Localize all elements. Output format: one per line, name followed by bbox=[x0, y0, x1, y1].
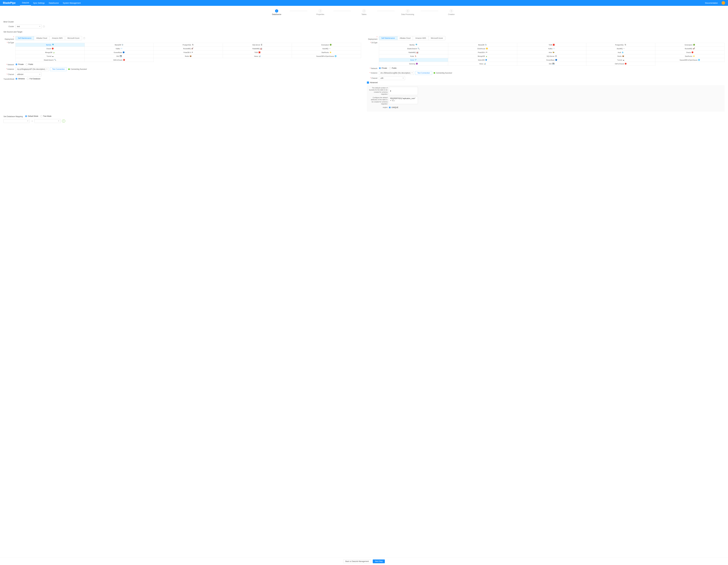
dstype-db2[interactable]: Db2 💾 bbox=[517, 62, 586, 66]
source-network-radio-private[interactable]: Private bbox=[15, 63, 24, 65]
dstype-mongodb[interactable]: MongoDB 🍃 bbox=[16, 51, 85, 54]
bind-cluster-title: Bind Cluster bbox=[3, 21, 725, 23]
dstype-oracle[interactable]: Oracle 🔴 bbox=[655, 51, 725, 54]
dstype-rabbitmq[interactable]: RabbitMQ 🏭 bbox=[379, 51, 448, 54]
cluster-select[interactable]: test bbox=[15, 25, 42, 28]
source-network-radio-public[interactable]: Public bbox=[26, 63, 33, 65]
cluster-label: Cluster bbox=[3, 25, 14, 28]
deployment-tab-amazon-aws[interactable]: Amazon AWS bbox=[50, 36, 65, 40]
source-test-connection-button[interactable]: Test Connection bbox=[50, 67, 67, 71]
dstype-elasticsearch[interactable]: ElasticSearch 🔍 bbox=[379, 47, 448, 51]
buckets-input[interactable] bbox=[389, 87, 418, 95]
dstype-greenplum[interactable]: Greenplum 🟢 bbox=[292, 43, 361, 47]
dstype-automq[interactable]: AutoMQ 〰 bbox=[586, 47, 655, 51]
rocketmq-icon: 🚀 bbox=[693, 48, 695, 50]
network-label: Network bbox=[367, 67, 377, 69]
dstype-kudu[interactable]: Kudu 🦌 bbox=[379, 54, 448, 58]
automq-icon: 〰 bbox=[623, 48, 625, 50]
dstype-hudi[interactable]: Hudi 💧 bbox=[586, 51, 655, 54]
target-network-radio-public[interactable]: Public bbox=[389, 67, 397, 69]
deployment-tab-alibaba-cloud[interactable]: Alibaba Cloud bbox=[34, 36, 50, 40]
dstype-sqlserver[interactable]: SQLServer 🗄 bbox=[223, 43, 292, 47]
dstype-gaussdbforopengauss[interactable]: GaussDBForOpenGauss 🌐 bbox=[292, 54, 361, 58]
dstype-obfororacle[interactable]: ObForOracle 🔴 bbox=[85, 58, 154, 62]
dstype-elasticsearch[interactable]: ElasticSearch 🔍 bbox=[16, 58, 85, 62]
rabbitmq-icon: 🏭 bbox=[416, 51, 418, 53]
hudi-icon: 💧 bbox=[622, 51, 624, 53]
dstype-doris[interactable]: Doris 💎 bbox=[379, 58, 448, 62]
target-charset-select[interactable]: utf8 bbox=[379, 76, 405, 80]
avatar[interactable] bbox=[722, 1, 725, 5]
deployment-tab-alibaba-cloud[interactable]: Alibaba Cloud bbox=[397, 36, 413, 40]
dstype-gaussdbforopengauss[interactable]: GaussDBForOpenGauss 🌐 bbox=[655, 58, 725, 62]
dstype-tidb[interactable]: TiDB 🟥 bbox=[517, 43, 586, 47]
dstype-greenplum[interactable]: Greenplum 🟢 bbox=[655, 43, 725, 47]
nav-item-datasource[interactable]: DataSource bbox=[47, 0, 61, 6]
dstype-starrocks[interactable]: StarRocks ⭐ bbox=[292, 51, 361, 54]
dstype-postgresql[interactable]: PostgreSQL 🐘 bbox=[154, 43, 223, 47]
dstype-oracle[interactable]: Oracle 🔴 bbox=[16, 47, 85, 51]
dstype-redis[interactable]: Redis 📦 bbox=[586, 54, 655, 58]
dstype-kafka[interactable]: Kafka 📨 bbox=[85, 47, 154, 51]
dstype-sqlserver[interactable]: SQLServer 🗄 bbox=[517, 54, 586, 58]
dstype-hive[interactable]: Hive 🐝 bbox=[517, 51, 586, 54]
dstype-polardb-x[interactable]: PolarDB-X ❄ bbox=[448, 51, 517, 54]
nav-item-sync-settings[interactable]: Sync Settings bbox=[31, 0, 47, 6]
dstype-rabbitmq[interactable]: RabbitMQ 🏭 bbox=[223, 47, 292, 51]
dstype-mariadb[interactable]: MariaDB 🦭 bbox=[448, 43, 517, 47]
attrs-textarea[interactable]: PROPERTIES("replication_num" = "1") bbox=[389, 97, 418, 104]
mapping-mode-radio-tree-mode[interactable]: Tree Mode bbox=[40, 115, 52, 117]
mapping-source-select[interactable] bbox=[3, 119, 30, 123]
elasticsearch-icon: 🔍 bbox=[54, 59, 56, 61]
add-mapping-button[interactable]: + bbox=[62, 119, 65, 123]
dstype-tunnel[interactable]: Tunnel 🕳 bbox=[16, 54, 85, 58]
help-icon[interactable]: ? bbox=[83, 37, 85, 39]
dstype-tidb[interactable]: TiDB 🟥 bbox=[223, 51, 292, 54]
dstype-kafka[interactable]: Kafka 📨 bbox=[517, 47, 586, 51]
charset-label: Charset bbox=[3, 73, 14, 75]
mapping-target-select[interactable] bbox=[34, 119, 61, 123]
dstype-rocketmq[interactable]: RocketMQ 🚀 bbox=[655, 47, 725, 51]
dstype-hana[interactable]: Hana 📊 bbox=[448, 62, 517, 66]
help-icon[interactable]: ? bbox=[43, 25, 45, 28]
advanced-checkbox[interactable]: ✓ bbox=[367, 82, 369, 84]
engine-radio-unique[interactable]: UNIQUE bbox=[389, 106, 398, 108]
deployment-tab-microsoft-azure[interactable]: Microsoft Azure bbox=[429, 36, 445, 40]
dstype-automq[interactable]: AutoMQ 〰 bbox=[292, 47, 361, 51]
dstype-dameng[interactable]: Dameng 🟣 bbox=[379, 62, 448, 66]
dstype-db2[interactable]: Db2 💾 bbox=[85, 54, 154, 58]
dstype-mysql[interactable]: MySQL 🐬 bbox=[16, 43, 85, 47]
target-network-radio-private[interactable]: Private bbox=[379, 67, 387, 69]
source-charset-select[interactable]: utf8mb4 bbox=[15, 73, 42, 76]
dstype-postgresql[interactable]: PostgreSQL 🐘 bbox=[586, 43, 655, 47]
dstype-oceanbase[interactable]: OceanBase 🔵 bbox=[517, 58, 586, 62]
deployment-tab-self-maintenance[interactable]: Self Maintenance bbox=[16, 36, 34, 40]
target-instance-select[interactable]: drs-258nwol2ocvg56e (No description) bbox=[379, 71, 414, 75]
dstype-redis[interactable]: Redis 📦 bbox=[154, 54, 223, 58]
documentation-link[interactable]: Documentation bbox=[703, 0, 720, 6]
deployment-tab-amazon-aws[interactable]: Amazon AWS bbox=[413, 36, 429, 40]
dstype-mongodb[interactable]: MongoDB 🍃 bbox=[448, 54, 517, 58]
dstype-mysql[interactable]: MySQL 🐬 bbox=[379, 43, 448, 47]
dstype-obfororacle[interactable]: ObForOracle 🔴 bbox=[586, 62, 655, 66]
dstype-clickhouse[interactable]: ClickHouse 🟡 bbox=[448, 47, 517, 51]
mapping-mode-radio-default-mode[interactable]: Default Mode bbox=[25, 115, 38, 117]
dstype-mariadb[interactable]: MariaDB 🦭 bbox=[85, 43, 154, 47]
dstype-oceanbase[interactable]: OceanBase 🔵 bbox=[85, 51, 154, 54]
source-instance-select[interactable]: my-jv30sgkpeyzdt7l (No description) bbox=[15, 67, 49, 71]
deployment-tab-microsoft-azure[interactable]: Microsoft Azure bbox=[65, 36, 82, 40]
transfermode-radio-full-database[interactable]: Full Database bbox=[27, 78, 40, 80]
dstype-rocketmq[interactable]: RocketMQ 🚀 bbox=[154, 47, 223, 51]
dstype-tunnel[interactable]: Tunnel 🕳 bbox=[586, 58, 655, 62]
deployment-tab-self-maintenance[interactable]: Self Maintenance bbox=[379, 36, 397, 40]
nav-item-datajob[interactable]: DataJob bbox=[20, 0, 31, 6]
target-test-connection-button[interactable]: Test Connection bbox=[415, 71, 432, 75]
oracle-icon: 🔴 bbox=[52, 48, 54, 50]
dstype-selectdb[interactable]: SelectDB 🔷 bbox=[448, 58, 517, 62]
nav-item-system-management[interactable]: System Management bbox=[61, 0, 83, 6]
mariadb-icon: 🦭 bbox=[122, 44, 124, 46]
transfermode-radio-whitelist[interactable]: Whitelist bbox=[15, 78, 25, 80]
dstype-hana[interactable]: Hana 📊 bbox=[223, 54, 292, 58]
dstype-polardb-x[interactable]: PolarDB-X ❄ bbox=[154, 51, 223, 54]
dstype-starrocks[interactable]: StarRocks ⭐ bbox=[655, 54, 725, 58]
